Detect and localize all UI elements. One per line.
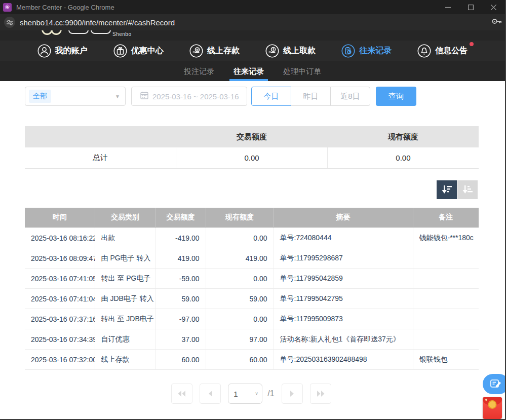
table-cell: 2025-03-16 07:34:39: [25, 329, 95, 350]
table-row: 2025-03-16 08:09:47由 PG电子 转入419.00419.00…: [25, 248, 479, 269]
table-cell: 活动名称:新人礼包1《首存即送37元》: [274, 329, 413, 350]
table-cell: 60.00: [155, 350, 206, 370]
withdraw-icon: [265, 44, 279, 58]
table-row: 2025-03-16 07:34:39自订优惠37.0097.00活动名称:新人…: [25, 329, 479, 350]
close-button[interactable]: [482, 0, 505, 14]
summary-balance-total: 0.00: [327, 147, 479, 168]
header-balance: 现有额度: [206, 208, 274, 228]
type-select[interactable]: 全部 ▼: [25, 87, 126, 106]
nav-label: 线上取款: [283, 46, 316, 56]
table-cell: 419.00: [155, 248, 206, 269]
sort-descending-button[interactable]: [437, 180, 457, 199]
nav-item-transaction-records[interactable]: 往来记录: [341, 44, 392, 58]
nav-label: 信息公告: [435, 46, 468, 56]
records-icon: [341, 44, 355, 58]
filter-bar: 全部 ▼ 2025-03-16 ~ 2025-03-16 今日 昨日 近8日 查…: [25, 87, 478, 106]
password-key-icon[interactable]: [492, 18, 502, 27]
address-url[interactable]: shenbo14.cc:9900/infe/mcenter/#/cashReco…: [20, 18, 492, 27]
table-cell: 2025-03-16 07:37:16: [25, 309, 95, 329]
summary-header-empty: [25, 126, 176, 147]
table-cell: 转出 至 PG电子: [95, 269, 155, 289]
nav-label: 优惠中心: [131, 46, 164, 56]
table-cell: 2025-03-16 08:09:47: [25, 248, 95, 269]
site-settings-icon[interactable]: [4, 17, 15, 28]
logo-pill: [68, 30, 89, 34]
quick-date-group: 今日 昨日 近8日: [251, 87, 370, 106]
table-row: 2025-03-16 07:41:05转出 至 PG电子-59.000.00单号…: [25, 269, 479, 289]
table-cell: 37.00: [155, 329, 206, 350]
next-page-button[interactable]: [282, 384, 303, 404]
table-cell: 2025-03-16 07:41:05: [25, 269, 95, 289]
header-remark: 备注: [413, 208, 479, 228]
last-page-button[interactable]: [310, 384, 331, 404]
records-table: 时间 交易类别 交易额度 现有额度 摘要 备注 2025-03-16 08:16…: [25, 208, 479, 370]
yesterday-button[interactable]: 昨日: [291, 87, 331, 106]
table-cell: [413, 248, 479, 269]
record-tabs: 投注记录 往来记录 处理中订单: [0, 61, 505, 81]
table-cell: -419.00: [155, 228, 206, 248]
date-range-input[interactable]: 2025-03-16 ~ 2025-03-16: [131, 87, 247, 106]
chevron-down-icon: ▼: [115, 94, 120, 99]
header-summary: 摘要: [274, 208, 413, 228]
table-cell: 单号:117995009873: [274, 309, 413, 329]
table-cell: 60.00: [206, 350, 274, 370]
nav-item-withdraw[interactable]: 线上取款: [265, 44, 316, 58]
nav-item-my-account[interactable]: 我的账户: [37, 44, 88, 58]
tab-bet-records[interactable]: 投注记录: [183, 62, 215, 80]
title-bar: ❀ Member Center - Google Chrome: [0, 0, 505, 14]
records-body: 2025-03-16 08:16:22出款-419.000.00单号:72408…: [25, 228, 479, 370]
table-row: 2025-03-16 07:37:16转出 至 JDB电子-97.000.00单…: [25, 309, 479, 329]
first-page-button[interactable]: [171, 384, 192, 404]
table-cell: [413, 329, 479, 350]
table-cell: 单号:724080444: [274, 228, 413, 248]
type-select-value: 全部: [29, 90, 51, 103]
logo-strip: Shenbo: [0, 30, 505, 41]
table-cell: 转出 至 JDB电子: [95, 309, 155, 329]
red-envelope-button[interactable]: [483, 397, 502, 419]
header-type: 交易类别: [95, 208, 155, 228]
table-cell: 59.00: [206, 289, 274, 309]
table-cell: [413, 309, 479, 329]
table-cell: 2025-03-16 07:41:04: [25, 289, 95, 309]
date-range-value: 2025-03-16 ~ 2025-03-16: [152, 92, 239, 101]
gold-coin-icon: [488, 400, 497, 409]
table-cell: 钱能钱包-***180c: [413, 228, 479, 248]
main-content: 全部 ▼ 2025-03-16 ~ 2025-03-16 今日 昨日 近8日 查…: [0, 81, 505, 404]
notification-dot: [470, 42, 474, 46]
tab-transaction-records[interactable]: 往来记录: [232, 62, 265, 80]
table-cell: -59.00: [155, 269, 206, 289]
nav-item-announcements[interactable]: 信息公告: [417, 44, 468, 58]
summary-table: 交易额度 现有额度 总计 0.00 0.00: [25, 126, 479, 169]
brand-name: Shenbo: [112, 31, 131, 37]
table-cell: 银联钱包: [413, 350, 479, 370]
nav-item-deposit[interactable]: 线上存款: [189, 44, 240, 58]
previous-page-button[interactable]: [200, 384, 221, 404]
nav-item-promotions[interactable]: 优惠中心: [113, 44, 164, 58]
table-cell: 由 JDB电子 转入: [95, 289, 155, 309]
last-8-days-button[interactable]: 近8日: [330, 87, 370, 106]
table-cell: 2025-03-16 08:16:22: [25, 228, 95, 248]
window-title: Member Center - Google Chrome: [16, 4, 437, 11]
member-nav: 我的账户 优惠中心 线上存款 线上取款 往来记录 信息公告: [0, 41, 505, 61]
sort-ascending-button[interactable]: [457, 180, 478, 199]
maximize-button[interactable]: [459, 0, 482, 14]
page-select-value: 1: [233, 390, 238, 398]
table-cell: 单号:117995042859: [274, 269, 413, 289]
table-cell: 自订优惠: [95, 329, 155, 350]
search-button[interactable]: 查询: [376, 87, 416, 106]
page-select[interactable]: 1 ˅: [228, 384, 262, 404]
today-button[interactable]: 今日: [251, 87, 291, 106]
header-amount: 交易额度: [155, 208, 206, 228]
gift-icon: [113, 44, 127, 58]
logo-arc: [51, 30, 62, 35]
summary-transaction-total: 0.00: [176, 147, 328, 168]
table-cell: 0.00: [206, 228, 274, 248]
minimize-button[interactable]: [437, 0, 459, 14]
logo-pill: [91, 30, 111, 34]
url-bar[interactable]: shenbo14.cc:9900/infe/mcenter/#/cashReco…: [0, 14, 505, 30]
feedback-edit-button[interactable]: [483, 374, 506, 394]
table-cell: 419.00: [206, 248, 274, 269]
summary-total-label: 总计: [25, 147, 176, 168]
sort-controls: [25, 180, 478, 199]
tab-pending-orders[interactable]: 处理中订单: [282, 62, 322, 80]
